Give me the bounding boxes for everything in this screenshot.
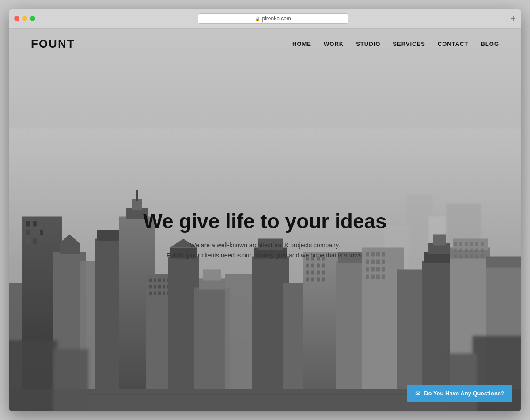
svg-rect-8 [26,221,30,227]
contact-button-label: Do You Have Any Questions? [424,390,504,397]
svg-rect-114 [481,255,484,258]
svg-rect-113 [475,255,478,258]
svg-rect-33 [154,285,156,289]
svg-rect-106 [470,249,473,252]
svg-rect-47 [203,270,221,281]
svg-rect-9 [33,221,37,227]
svg-rect-110 [459,255,462,258]
svg-rect-70 [336,261,367,411]
website-content: FOUNT HOME WORK STUDIO SERVICES CONTACT … [9,29,521,411]
svg-rect-62 [306,271,309,275]
svg-rect-58 [306,264,309,268]
browser-chrome: 🔒 pirenko.com + [9,9,521,29]
svg-rect-13 [40,230,43,235]
hero-subtitle-line2: Fulfilling our clients need is our prima… [167,252,363,259]
svg-rect-112 [470,255,473,258]
svg-rect-100 [470,242,473,246]
contact-question-button[interactable]: ✉ Do You Have Any Questions? [407,385,512,402]
svg-rect-66 [306,278,309,282]
svg-rect-37 [149,292,152,295]
svg-rect-39 [158,292,161,295]
svg-rect-103 [454,249,457,252]
close-button[interactable] [14,16,19,21]
mail-icon: ✉ [415,390,420,397]
svg-rect-108 [481,249,484,252]
nav-services[interactable]: SERVICES [393,41,425,47]
svg-rect-119 [9,341,57,411]
svg-rect-59 [311,264,314,268]
svg-rect-65 [322,271,325,275]
svg-rect-63 [311,271,314,275]
svg-rect-101 [475,242,478,246]
hero-title: We give life to your ideas [143,209,386,233]
svg-rect-30 [163,279,165,282]
svg-rect-102 [481,242,484,246]
svg-rect-68 [317,278,320,282]
svg-rect-28 [154,279,156,282]
svg-rect-86 [371,275,375,279]
svg-rect-97 [454,242,457,246]
city-skyline [9,124,521,411]
svg-rect-93 [433,235,446,246]
lock-icon: 🔒 [255,16,260,21]
svg-rect-99 [465,242,468,246]
svg-rect-69 [322,278,325,282]
svg-rect-34 [158,285,161,289]
svg-rect-111 [465,255,468,258]
svg-rect-98 [459,242,462,246]
hero-text-block: We give life to your ideas We are a well… [143,209,386,261]
svg-rect-40 [163,292,165,295]
svg-rect-17 [60,243,80,254]
svg-rect-122 [442,354,477,411]
browser-window: 🔒 pirenko.com + [9,9,521,411]
svg-rect-32 [149,285,152,289]
url-text: pirenko.com [262,15,291,22]
minimize-button[interactable] [22,16,27,21]
svg-rect-88 [382,275,385,279]
new-tab-button[interactable]: + [511,14,516,23]
svg-rect-116 [486,257,521,268]
svg-rect-81 [366,267,369,272]
svg-rect-85 [366,275,369,279]
svg-rect-15 [33,239,37,244]
site-header: FOUNT HOME WORK STUDIO SERVICES CONTACT … [9,29,521,60]
svg-rect-35 [163,285,165,289]
address-bar: 🔒 pirenko.com [44,13,502,24]
svg-rect-64 [317,271,320,275]
svg-rect-105 [465,249,468,252]
svg-rect-120 [53,349,88,411]
svg-rect-38 [154,292,156,295]
svg-rect-87 [376,275,380,279]
url-bar[interactable]: 🔒 pirenko.com [198,13,348,24]
svg-rect-12 [33,230,37,235]
svg-rect-61 [322,264,325,268]
svg-rect-14 [26,239,30,244]
svg-rect-67 [311,278,314,282]
logo[interactable]: FOUNT [31,37,75,51]
svg-rect-25 [136,190,138,201]
nav-contact[interactable]: CONTACT [438,41,469,47]
svg-rect-83 [376,267,380,272]
svg-rect-104 [459,249,462,252]
svg-rect-29 [158,279,161,282]
svg-rect-10 [40,221,43,227]
hero-subtitle-line1: We are a well-known architectural & proj… [190,242,340,249]
nav-studio[interactable]: STUDIO [356,41,380,47]
svg-rect-84 [382,267,385,272]
svg-rect-107 [475,249,478,252]
svg-rect-11 [26,230,30,235]
svg-rect-60 [317,264,320,268]
maximize-button[interactable] [30,16,35,21]
nav-work[interactable]: WORK [324,41,344,47]
hero-subtitle: We are a well-known architectural & proj… [143,240,386,261]
svg-rect-109 [454,255,457,258]
main-nav: HOME WORK STUDIO SERVICES CONTACT BLOG [292,41,499,47]
nav-blog[interactable]: BLOG [481,41,499,47]
svg-rect-82 [371,267,375,272]
nav-home[interactable]: HOME [292,41,311,47]
svg-rect-27 [149,279,152,282]
svg-rect-42 [168,257,199,411]
traffic-lights [14,16,35,21]
